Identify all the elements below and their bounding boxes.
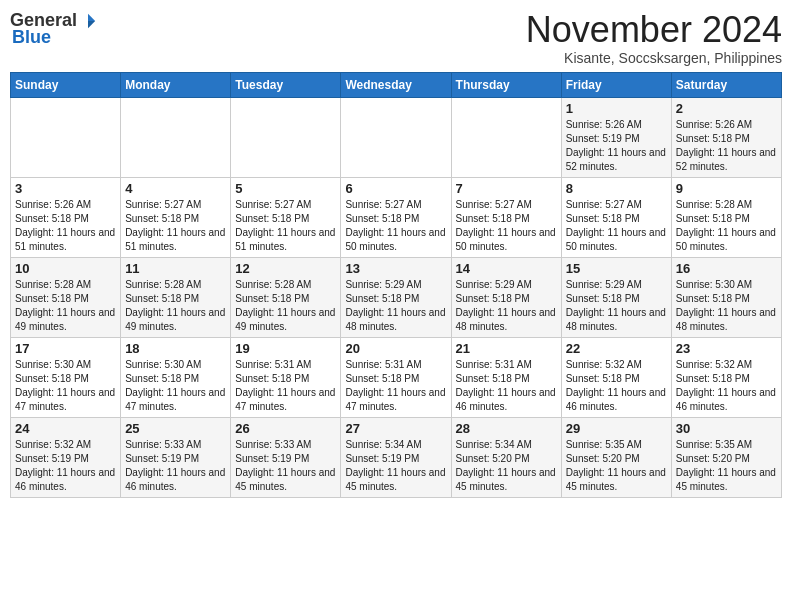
day-number: 9 (676, 181, 777, 196)
weekday-header: Sunday (11, 72, 121, 97)
day-info: Sunrise: 5:29 AM Sunset: 5:18 PM Dayligh… (566, 278, 667, 334)
day-info: Sunrise: 5:33 AM Sunset: 5:19 PM Dayligh… (125, 438, 226, 494)
title-area: November 2024 Kisante, Soccsksargen, Phi… (526, 10, 782, 66)
logo-blue: Blue (12, 27, 51, 48)
calendar-cell: 20Sunrise: 5:31 AM Sunset: 5:18 PM Dayli… (341, 337, 451, 417)
day-info: Sunrise: 5:34 AM Sunset: 5:19 PM Dayligh… (345, 438, 446, 494)
day-info: Sunrise: 5:28 AM Sunset: 5:18 PM Dayligh… (125, 278, 226, 334)
weekday-header: Friday (561, 72, 671, 97)
day-info: Sunrise: 5:30 AM Sunset: 5:18 PM Dayligh… (676, 278, 777, 334)
day-number: 29 (566, 421, 667, 436)
calendar-cell: 8Sunrise: 5:27 AM Sunset: 5:18 PM Daylig… (561, 177, 671, 257)
day-number: 2 (676, 101, 777, 116)
calendar-cell: 12Sunrise: 5:28 AM Sunset: 5:18 PM Dayli… (231, 257, 341, 337)
day-number: 15 (566, 261, 667, 276)
day-info: Sunrise: 5:28 AM Sunset: 5:18 PM Dayligh… (235, 278, 336, 334)
calendar-cell (231, 97, 341, 177)
day-number: 27 (345, 421, 446, 436)
day-number: 5 (235, 181, 336, 196)
day-number: 25 (125, 421, 226, 436)
day-info: Sunrise: 5:30 AM Sunset: 5:18 PM Dayligh… (125, 358, 226, 414)
calendar-cell: 2Sunrise: 5:26 AM Sunset: 5:18 PM Daylig… (671, 97, 781, 177)
calendar-cell: 19Sunrise: 5:31 AM Sunset: 5:18 PM Dayli… (231, 337, 341, 417)
calendar-cell: 1Sunrise: 5:26 AM Sunset: 5:19 PM Daylig… (561, 97, 671, 177)
weekday-header: Tuesday (231, 72, 341, 97)
calendar-cell (451, 97, 561, 177)
day-info: Sunrise: 5:26 AM Sunset: 5:19 PM Dayligh… (566, 118, 667, 174)
day-info: Sunrise: 5:29 AM Sunset: 5:18 PM Dayligh… (456, 278, 557, 334)
day-info: Sunrise: 5:35 AM Sunset: 5:20 PM Dayligh… (566, 438, 667, 494)
calendar-cell: 29Sunrise: 5:35 AM Sunset: 5:20 PM Dayli… (561, 417, 671, 497)
calendar-week-row: 10Sunrise: 5:28 AM Sunset: 5:18 PM Dayli… (11, 257, 782, 337)
day-number: 3 (15, 181, 116, 196)
calendar-cell: 30Sunrise: 5:35 AM Sunset: 5:20 PM Dayli… (671, 417, 781, 497)
day-number: 20 (345, 341, 446, 356)
calendar-week-row: 1Sunrise: 5:26 AM Sunset: 5:19 PM Daylig… (11, 97, 782, 177)
day-number: 18 (125, 341, 226, 356)
calendar-cell (121, 97, 231, 177)
calendar-cell: 11Sunrise: 5:28 AM Sunset: 5:18 PM Dayli… (121, 257, 231, 337)
svg-marker-0 (88, 13, 95, 20)
location-title: Kisante, Soccsksargen, Philippines (526, 50, 782, 66)
day-info: Sunrise: 5:29 AM Sunset: 5:18 PM Dayligh… (345, 278, 446, 334)
day-number: 22 (566, 341, 667, 356)
weekday-header: Monday (121, 72, 231, 97)
calendar-cell: 21Sunrise: 5:31 AM Sunset: 5:18 PM Dayli… (451, 337, 561, 417)
month-title: November 2024 (526, 10, 782, 50)
day-number: 10 (15, 261, 116, 276)
calendar-cell: 6Sunrise: 5:27 AM Sunset: 5:18 PM Daylig… (341, 177, 451, 257)
day-info: Sunrise: 5:32 AM Sunset: 5:18 PM Dayligh… (676, 358, 777, 414)
day-number: 28 (456, 421, 557, 436)
calendar-cell: 17Sunrise: 5:30 AM Sunset: 5:18 PM Dayli… (11, 337, 121, 417)
calendar-cell: 27Sunrise: 5:34 AM Sunset: 5:19 PM Dayli… (341, 417, 451, 497)
calendar-cell: 23Sunrise: 5:32 AM Sunset: 5:18 PM Dayli… (671, 337, 781, 417)
day-number: 17 (15, 341, 116, 356)
weekday-header: Thursday (451, 72, 561, 97)
day-info: Sunrise: 5:27 AM Sunset: 5:18 PM Dayligh… (125, 198, 226, 254)
day-info: Sunrise: 5:31 AM Sunset: 5:18 PM Dayligh… (345, 358, 446, 414)
calendar-table: SundayMondayTuesdayWednesdayThursdayFrid… (10, 72, 782, 498)
day-info: Sunrise: 5:33 AM Sunset: 5:19 PM Dayligh… (235, 438, 336, 494)
calendar-cell: 28Sunrise: 5:34 AM Sunset: 5:20 PM Dayli… (451, 417, 561, 497)
day-info: Sunrise: 5:28 AM Sunset: 5:18 PM Dayligh… (15, 278, 116, 334)
logo: General Blue (10, 10, 97, 48)
calendar-cell: 3Sunrise: 5:26 AM Sunset: 5:18 PM Daylig… (11, 177, 121, 257)
page-header: General Blue November 2024 Kisante, Socc… (10, 10, 782, 66)
calendar-week-row: 24Sunrise: 5:32 AM Sunset: 5:19 PM Dayli… (11, 417, 782, 497)
day-number: 24 (15, 421, 116, 436)
day-number: 26 (235, 421, 336, 436)
logo-icon (79, 12, 97, 30)
day-info: Sunrise: 5:34 AM Sunset: 5:20 PM Dayligh… (456, 438, 557, 494)
calendar-cell: 24Sunrise: 5:32 AM Sunset: 5:19 PM Dayli… (11, 417, 121, 497)
day-info: Sunrise: 5:27 AM Sunset: 5:18 PM Dayligh… (456, 198, 557, 254)
day-number: 12 (235, 261, 336, 276)
day-number: 21 (456, 341, 557, 356)
day-number: 11 (125, 261, 226, 276)
day-info: Sunrise: 5:27 AM Sunset: 5:18 PM Dayligh… (235, 198, 336, 254)
calendar-cell: 4Sunrise: 5:27 AM Sunset: 5:18 PM Daylig… (121, 177, 231, 257)
day-number: 23 (676, 341, 777, 356)
day-info: Sunrise: 5:27 AM Sunset: 5:18 PM Dayligh… (345, 198, 446, 254)
day-info: Sunrise: 5:35 AM Sunset: 5:20 PM Dayligh… (676, 438, 777, 494)
day-info: Sunrise: 5:31 AM Sunset: 5:18 PM Dayligh… (456, 358, 557, 414)
day-number: 6 (345, 181, 446, 196)
day-number: 16 (676, 261, 777, 276)
calendar-cell: 14Sunrise: 5:29 AM Sunset: 5:18 PM Dayli… (451, 257, 561, 337)
calendar-week-row: 17Sunrise: 5:30 AM Sunset: 5:18 PM Dayli… (11, 337, 782, 417)
calendar-cell (341, 97, 451, 177)
day-number: 8 (566, 181, 667, 196)
calendar-week-row: 3Sunrise: 5:26 AM Sunset: 5:18 PM Daylig… (11, 177, 782, 257)
calendar-cell: 15Sunrise: 5:29 AM Sunset: 5:18 PM Dayli… (561, 257, 671, 337)
calendar-cell: 26Sunrise: 5:33 AM Sunset: 5:19 PM Dayli… (231, 417, 341, 497)
calendar-cell (11, 97, 121, 177)
svg-marker-1 (88, 21, 95, 28)
calendar-cell: 25Sunrise: 5:33 AM Sunset: 5:19 PM Dayli… (121, 417, 231, 497)
day-info: Sunrise: 5:30 AM Sunset: 5:18 PM Dayligh… (15, 358, 116, 414)
day-number: 7 (456, 181, 557, 196)
weekday-header: Saturday (671, 72, 781, 97)
day-info: Sunrise: 5:26 AM Sunset: 5:18 PM Dayligh… (676, 118, 777, 174)
calendar-cell: 16Sunrise: 5:30 AM Sunset: 5:18 PM Dayli… (671, 257, 781, 337)
day-number: 13 (345, 261, 446, 276)
calendar-cell: 18Sunrise: 5:30 AM Sunset: 5:18 PM Dayli… (121, 337, 231, 417)
day-number: 30 (676, 421, 777, 436)
